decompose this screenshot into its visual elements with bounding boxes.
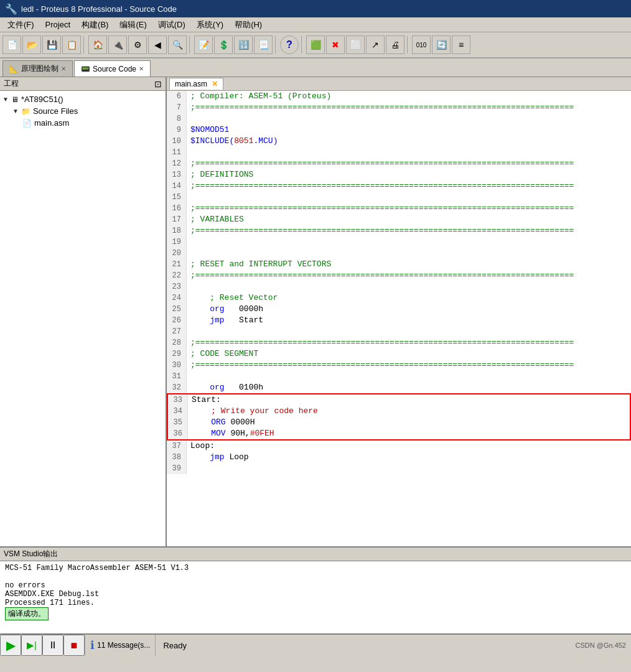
- menu-edit[interactable]: 编辑(E): [115, 18, 151, 32]
- editor-tab-bar: main.asm ✕: [167, 77, 631, 91]
- line-number: 24: [167, 292, 187, 304]
- toolbar: 📄 📂 💾 📋 🏠 🔌 ⚙ ◀ 🔍 📝 💲 🔢 📃 ? 🟩 ✖ ⬜ ↗ 🖨 01…: [0, 32, 631, 58]
- code-line: 21; RESET and INTERRUPT VECTORS: [167, 259, 631, 270]
- line-content: ; CODE SEGMENT: [187, 348, 258, 360]
- tb-sep4: [301, 36, 304, 54]
- line-content: [187, 113, 190, 124]
- line-number: 13: [167, 169, 187, 180]
- project-tree: ▼ 🖥 *AT89C51() ▼ 📁 Source Files 📄 main.a…: [0, 91, 166, 546]
- title-bar: 🔧 ledl - Proteus 8 Professional - Source…: [0, 0, 631, 17]
- tree-source-files[interactable]: ▼ 📁 Source Files: [0, 105, 166, 117]
- menu-project[interactable]: Project: [40, 19, 75, 30]
- source-tab-label: Source Code: [93, 65, 136, 73]
- tab-source-code[interactable]: 📟 Source Code ✕: [74, 60, 151, 77]
- line-number: 11: [167, 147, 187, 158]
- line-number: 9: [167, 124, 187, 136]
- output-line: 编译成功。: [5, 607, 626, 620]
- line-number: 37: [167, 441, 187, 452]
- line-number: 21: [167, 259, 187, 270]
- credit-text: CSDN @Gn.452: [576, 642, 626, 649]
- line-number: 14: [167, 180, 187, 192]
- tree-root-arrow: ▼: [2, 96, 9, 103]
- menu-system[interactable]: 系统(Y): [192, 18, 228, 32]
- editor-filename-tab[interactable]: main.asm ✕: [169, 78, 223, 90]
- line-number: 7: [167, 102, 187, 113]
- tb-binary2[interactable]: 010: [412, 35, 431, 54]
- tb-save-as[interactable]: 📋: [62, 35, 81, 54]
- tb-code[interactable]: 📝: [194, 35, 213, 54]
- code-line: 9$NOMOD51: [167, 124, 631, 136]
- line-number: 8: [167, 113, 187, 124]
- project-expand-icon[interactable]: ⊡: [154, 79, 162, 89]
- menu-file[interactable]: 文件(F): [2, 18, 39, 32]
- tb-binary[interactable]: 🔢: [234, 35, 253, 54]
- tb-extra[interactable]: ≡: [452, 35, 470, 54]
- play-button[interactable]: ▶: [0, 635, 21, 656]
- tree-src-label: Source Files: [33, 106, 78, 116]
- line-content: ;=======================================…: [187, 337, 574, 348]
- line-number: 34: [168, 406, 188, 417]
- line-content: org 0100h: [187, 382, 263, 393]
- message-count[interactable]: 11 Message(s...: [97, 641, 150, 650]
- line-number: 12: [167, 158, 187, 169]
- menu-build[interactable]: 构建(B): [77, 18, 113, 32]
- line-content: ;=======================================…: [187, 225, 574, 236]
- pause-button[interactable]: ⏸: [42, 635, 63, 656]
- tb-open[interactable]: 📂: [22, 35, 41, 54]
- tree-main-asm[interactable]: 📄 main.asm: [0, 117, 166, 129]
- tb-add-green[interactable]: 🟩: [306, 35, 325, 54]
- code-line: 18;=====================================…: [167, 225, 631, 236]
- step-button[interactable]: ▶|: [21, 635, 42, 656]
- schematic-tab-close[interactable]: ✕: [61, 65, 66, 72]
- tree-root[interactable]: ▼ 🖥 *AT89C51(): [0, 93, 166, 105]
- source-tab-close[interactable]: ✕: [139, 65, 144, 72]
- tb-chip[interactable]: 🔌: [108, 35, 127, 54]
- tb-blank1[interactable]: ⬜: [346, 35, 365, 54]
- tb-new[interactable]: 📄: [2, 35, 21, 54]
- source-tab-icon: 📟: [81, 65, 90, 73]
- line-number: 38: [167, 452, 187, 463]
- tab-schematic[interactable]: 📐 原理图绘制 ✕: [2, 60, 73, 77]
- tb-save[interactable]: 💾: [42, 35, 61, 54]
- message-info: ℹ 11 Message(s...: [85, 635, 155, 656]
- tree-src-icon: 📁: [21, 107, 30, 116]
- code-line: 28;=====================================…: [167, 337, 631, 348]
- tb-dollar[interactable]: 💲: [214, 35, 233, 54]
- status-credit: CSDN @Gn.452: [576, 642, 631, 649]
- tb-del-red[interactable]: ✖: [326, 35, 345, 54]
- tb-component[interactable]: ⚙: [128, 35, 147, 54]
- line-content: ; DEFINITIONS: [187, 169, 253, 180]
- app-title: ledl - Proteus 8 Professional - Source C…: [21, 4, 177, 14]
- tb-search[interactable]: 🔍: [168, 35, 187, 54]
- tb-doc[interactable]: 📃: [254, 35, 273, 54]
- line-content: MOV 90H,#0FEH: [188, 428, 274, 439]
- menu-help[interactable]: 帮助(H): [230, 18, 267, 32]
- line-number: 35: [168, 417, 188, 428]
- tb-home[interactable]: 🏠: [88, 35, 107, 54]
- line-content: [187, 248, 190, 259]
- tb-blank2[interactable]: ↗: [366, 35, 385, 54]
- stop-button[interactable]: ■: [63, 635, 85, 656]
- tb-back[interactable]: ◀: [148, 35, 167, 54]
- code-line: 35 ORG 0000H: [167, 417, 631, 428]
- output-content[interactable]: MCS-51 Family MacroAssembler ASEM-51 V1.…: [0, 561, 631, 633]
- code-editor[interactable]: main.asm ✕ 6; Compiler: ASEM-51 (Proteus…: [167, 77, 631, 546]
- line-content: ;=======================================…: [187, 158, 574, 169]
- code-line: 38 jmp Loop: [167, 452, 631, 463]
- line-content: ; Compiler: ASEM-51 (Proteus): [187, 91, 331, 102]
- code-line: 12;=====================================…: [167, 158, 631, 169]
- line-number: 39: [167, 463, 187, 474]
- code-line: 7;======================================…: [167, 102, 631, 113]
- line-number: 23: [167, 281, 187, 292]
- code-line: 30;=====================================…: [167, 360, 631, 371]
- code-line: 33Start:: [167, 393, 631, 406]
- tb-refresh[interactable]: 🔄: [432, 35, 451, 54]
- line-number: 27: [167, 326, 187, 337]
- line-content: [187, 371, 190, 382]
- project-panel: 工程 ⊡ ▼ 🖥 *AT89C51() ▼ 📁 Source Files 📄 m…: [0, 77, 167, 546]
- status-text: Ready: [163, 641, 187, 650]
- tb-blank3[interactable]: 🖨: [386, 35, 404, 54]
- menu-debug[interactable]: 调试(D): [153, 18, 190, 32]
- tb-help[interactable]: ?: [280, 35, 299, 54]
- line-number: 26: [167, 315, 187, 326]
